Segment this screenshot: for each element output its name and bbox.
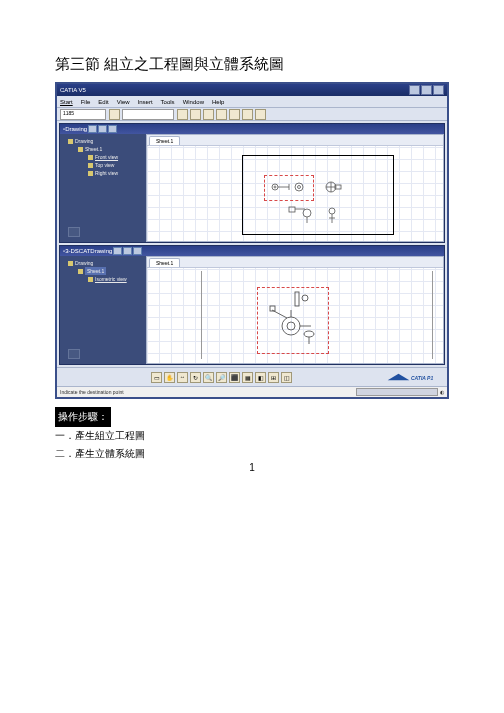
menu-tools[interactable]: Tools xyxy=(161,99,175,105)
menu-window[interactable]: Window xyxy=(183,99,204,105)
svg-point-4 xyxy=(295,183,303,191)
tree-root[interactable]: Drawing xyxy=(75,138,93,144)
svg-point-25 xyxy=(304,331,314,337)
tree-sheet[interactable]: Sheet.1 xyxy=(85,146,102,152)
sw-max-icon[interactable] xyxy=(123,247,132,255)
step-1: 一．產生組立工程圖 xyxy=(55,430,145,441)
tool-btn[interactable] xyxy=(229,109,240,120)
part-sketch xyxy=(287,203,317,229)
tool-btn[interactable] xyxy=(255,109,266,120)
subwindow-isometric: ▫ 3-DSCATDrawing Drawing Sheet.1 Isometr… xyxy=(59,245,445,365)
catia-window: CATIA V5 Start File Edit View Insert Too… xyxy=(55,82,449,399)
tool-btn[interactable] xyxy=(190,109,201,120)
progress-bar xyxy=(356,388,438,396)
menu-insert[interactable]: Insert xyxy=(138,99,153,105)
tool-btn[interactable] xyxy=(216,109,227,120)
tool-icon[interactable]: ▦ xyxy=(242,372,253,383)
part-sketch xyxy=(269,177,309,201)
style-combo[interactable] xyxy=(122,109,174,120)
svg-point-1 xyxy=(274,186,276,188)
tool-icon[interactable]: ◫ xyxy=(281,372,292,383)
toolbar-top: 1185 xyxy=(57,108,447,121)
svg-rect-10 xyxy=(289,207,295,212)
tool-btn[interactable] xyxy=(203,109,214,120)
sw-max-icon[interactable] xyxy=(98,125,107,133)
page-number: 1 xyxy=(0,462,504,473)
sw-min-icon[interactable] xyxy=(88,125,97,133)
tabstrip: Sheet.1 xyxy=(147,257,443,268)
maximize-icon[interactable] xyxy=(421,85,432,95)
minimize-icon[interactable] xyxy=(409,85,420,95)
tool-btn[interactable] xyxy=(242,109,253,120)
part-sketch xyxy=(321,177,343,201)
svg-point-18 xyxy=(302,295,308,301)
tab-sheet1[interactable]: Sheet.1 xyxy=(149,258,180,267)
zoom-in-icon[interactable]: 🔍 xyxy=(203,372,214,383)
scale-combo[interactable]: 1185 xyxy=(60,109,106,120)
zoom-out-icon[interactable]: 🔎 xyxy=(216,372,227,383)
titlebar: CATIA V5 xyxy=(57,84,447,96)
tree-topview[interactable]: Top view xyxy=(95,162,114,168)
svg-point-5 xyxy=(298,186,301,189)
svg-point-14 xyxy=(329,208,335,214)
subwindow-drawing: ▫ Drawing Drawing Sheet.1 Front view Top… xyxy=(59,123,445,243)
step-2: 二．產生立體系統圖 xyxy=(55,448,145,459)
iso-part-sketch xyxy=(267,290,322,352)
subwindow-titlebar: ▫ 3-DSCATDrawing xyxy=(60,246,444,256)
tree-sheet-selected[interactable]: Sheet.1 xyxy=(85,267,106,275)
app-title: CATIA V5 xyxy=(60,87,86,93)
drawing-canvas-2[interactable]: Sheet.1 xyxy=(146,256,444,364)
subwindow-title: 3-DSCATDrawing xyxy=(65,248,112,254)
tool-icon[interactable]: ◧ xyxy=(255,372,266,383)
tool-icon[interactable]: ↻ xyxy=(190,372,201,383)
tree-frontview[interactable]: Front view xyxy=(95,154,118,160)
svg-point-22 xyxy=(287,322,295,330)
spec-tree[interactable]: Drawing Sheet.1 Front view Top view Righ… xyxy=(60,134,146,242)
menubar: Start File Edit View Insert Tools Window… xyxy=(57,96,447,108)
steps-header: 操作步驟： xyxy=(55,407,111,427)
svg-point-0 xyxy=(272,184,278,190)
tabstrip: Sheet.1 xyxy=(147,135,443,146)
menu-help[interactable]: Help xyxy=(212,99,224,105)
view-normal-icon[interactable]: ⬛ xyxy=(229,372,240,383)
close-icon[interactable] xyxy=(433,85,444,95)
status-text: Indicate the destination point xyxy=(60,389,124,395)
compass-icon[interactable] xyxy=(68,227,80,237)
compass-icon[interactable] xyxy=(68,349,80,359)
drawing-canvas-1[interactable]: Sheet.1 xyxy=(146,134,444,242)
svg-point-21 xyxy=(282,317,300,335)
svg-text:CATIA P1: CATIA P1 xyxy=(411,375,433,381)
sw-close-icon[interactable] xyxy=(133,247,142,255)
status-icon: ◐ xyxy=(440,389,444,395)
section-title: 第三節 組立之工程圖與立體系統圖 xyxy=(55,55,449,74)
tab-sheet1[interactable]: Sheet.1 xyxy=(149,136,180,145)
sw-min-icon[interactable] xyxy=(113,247,122,255)
drawing-frame xyxy=(201,271,203,359)
sw-close-icon[interactable] xyxy=(108,125,117,133)
tool-icon[interactable]: ✋ xyxy=(164,372,175,383)
spec-tree[interactable]: Drawing Sheet.1 Isometric view xyxy=(60,256,146,364)
menu-view[interactable]: View xyxy=(117,99,130,105)
tool-icon[interactable]: ▭ xyxy=(151,372,162,383)
subwindow-titlebar: ▫ Drawing xyxy=(60,124,444,134)
tree-root[interactable]: Drawing xyxy=(75,260,93,266)
menu-edit[interactable]: Edit xyxy=(98,99,108,105)
tool-btn[interactable] xyxy=(109,109,120,120)
svg-point-12 xyxy=(303,209,311,217)
tool-icon[interactable]: ↔ xyxy=(177,372,188,383)
statusbar: Indicate the destination point ◐ xyxy=(57,386,447,397)
bottom-toolbar: ▭ ✋ ↔ ↻ 🔍 🔎 ⬛ ▦ ◧ ⊞ ◫ CATIA P1 xyxy=(57,367,447,386)
svg-rect-17 xyxy=(295,292,299,306)
steps-section: 操作步驟： 一．產生組立工程圖 二．產生立體系統圖 xyxy=(55,407,449,463)
tree-isoview[interactable]: Isometric view xyxy=(95,276,127,282)
tool-icon[interactable]: ⊞ xyxy=(268,372,279,383)
tree-rightview[interactable]: Right view xyxy=(95,170,118,176)
part-sketch xyxy=(323,205,341,229)
menu-file[interactable]: File xyxy=(81,99,91,105)
catia-logo: CATIA P1 xyxy=(294,368,445,386)
menu-start[interactable]: Start xyxy=(60,99,73,105)
subwindow-title: Drawing xyxy=(65,126,87,132)
tool-btn[interactable] xyxy=(177,109,188,120)
